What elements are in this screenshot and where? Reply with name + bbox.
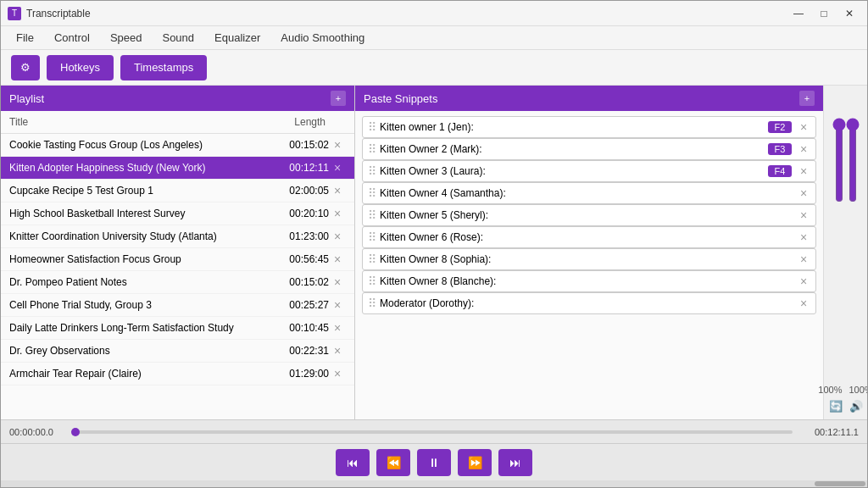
snippet-drag-handle[interactable]: ⠿ bbox=[368, 230, 375, 244]
playlist-row[interactable]: Dr. Pompeo Patient Notes 00:15:02 × bbox=[1, 271, 354, 294]
playlist-row[interactable]: Armchair Tear Repair (Claire) 01:29:00 × bbox=[1, 363, 354, 385]
snippet-close[interactable]: × bbox=[797, 164, 810, 178]
snippet-input[interactable] bbox=[380, 187, 792, 199]
snippet-input[interactable] bbox=[380, 143, 763, 155]
playlist-header: Playlist + bbox=[1, 86, 354, 111]
snippet-row: ⠿ × bbox=[362, 182, 816, 204]
snippet-row: ⠿ F4 × bbox=[362, 160, 816, 182]
close-button[interactable]: ✕ bbox=[838, 5, 860, 22]
timestamps-button[interactable]: Timestamps bbox=[120, 55, 207, 80]
playlist-row-close[interactable]: × bbox=[329, 367, 346, 380]
menu-sound[interactable]: Sound bbox=[153, 29, 203, 47]
current-time: 00:00:00.0 bbox=[9, 427, 69, 437]
settings-button[interactable]: ⚙ bbox=[11, 55, 40, 80]
progress-track[interactable] bbox=[75, 430, 793, 434]
playlist-row[interactable]: Kitten Adopter Happiness Study (New York… bbox=[1, 157, 354, 180]
snippet-drag-handle[interactable]: ⠿ bbox=[368, 164, 375, 178]
playlist-row-close[interactable]: × bbox=[329, 344, 346, 358]
snippet-close[interactable]: × bbox=[797, 274, 810, 288]
bottom-scrollbar[interactable] bbox=[1, 480, 867, 487]
playlist-row-close[interactable]: × bbox=[329, 275, 346, 289]
playlist-row-close[interactable]: × bbox=[329, 321, 346, 335]
snippets-panel: Paste Snippets + ⠿ F2 × ⠿ F3 × ⠿ F4 × ⠿ … bbox=[355, 86, 823, 419]
snippet-input[interactable] bbox=[380, 209, 792, 221]
playlist-row[interactable]: High School Basketball Interest Survey 0… bbox=[1, 202, 354, 225]
playlist-row[interactable]: Homeowner Satisfaction Focus Group 00:56… bbox=[1, 248, 354, 271]
playlist-row[interactable]: Cupcake Recipe 5 Test Group 1 02:00:05 × bbox=[1, 180, 354, 202]
playlist-row-title: High School Basketball Interest Survey bbox=[9, 208, 270, 219]
maximize-button[interactable]: □ bbox=[813, 5, 835, 22]
snippet-close[interactable]: × bbox=[797, 208, 810, 222]
playlist-row-close[interactable]: × bbox=[329, 207, 346, 220]
snippet-drag-handle[interactable]: ⠿ bbox=[368, 208, 375, 222]
main-content: Playlist + Title Length Cookie Tasting F… bbox=[1, 86, 867, 419]
snippet-row: ⠿ × bbox=[362, 248, 816, 270]
playlist-row-length: 01:29:00 bbox=[270, 368, 329, 380]
snippet-input[interactable] bbox=[380, 297, 792, 309]
playlist-row-close[interactable]: × bbox=[329, 184, 346, 197]
rewind-button[interactable]: ⏮ bbox=[336, 449, 370, 476]
playlist-row[interactable]: Cell Phone Trial Study, Group 3 00:25:27… bbox=[1, 294, 354, 317]
transport-controls: ⏮ ⏪ ⏸ ⏩ ⏭ bbox=[1, 443, 867, 480]
snippet-input[interactable] bbox=[380, 253, 792, 265]
window-controls: — □ ✕ bbox=[787, 5, 860, 22]
volume-slider[interactable] bbox=[849, 118, 856, 202]
playlist-row-close[interactable]: × bbox=[329, 161, 346, 175]
playlist-row-length: 01:23:00 bbox=[270, 230, 329, 242]
play-pause-button[interactable]: ⏸ bbox=[417, 449, 451, 476]
snippet-drag-handle[interactable]: ⠿ bbox=[368, 186, 375, 200]
playlist-row-close[interactable]: × bbox=[329, 230, 346, 243]
progress-bar-container: 00:00:00.0 00:12:11.1 bbox=[1, 419, 867, 443]
playlist-row-title: Knitter Coordination University Study (A… bbox=[9, 230, 270, 242]
playlist-panel: Playlist + Title Length Cookie Tasting F… bbox=[1, 86, 355, 419]
playlist-table: Title Length Cookie Tasting Focus Group … bbox=[1, 111, 354, 419]
snippet-close[interactable]: × bbox=[797, 142, 810, 156]
playlist-row[interactable]: Dr. Grey Observations 00:22:31 × bbox=[1, 340, 354, 363]
snippet-drag-handle[interactable]: ⠿ bbox=[368, 297, 375, 310]
title-bar: T Transcriptable — □ ✕ bbox=[1, 1, 867, 26]
playlist-row-title: Cookie Tasting Focus Group (Los Angeles) bbox=[9, 139, 270, 151]
menu-equalizer[interactable]: Equalizer bbox=[206, 29, 269, 47]
snippet-input[interactable] bbox=[380, 231, 792, 243]
minimize-button[interactable]: — bbox=[787, 5, 810, 22]
snippet-input[interactable] bbox=[380, 275, 792, 287]
playlist-row[interactable]: Cookie Tasting Focus Group (Los Angeles)… bbox=[1, 134, 354, 157]
speed-slider-container bbox=[836, 118, 843, 202]
forward-button[interactable]: ⏩ bbox=[458, 449, 492, 476]
menu-control[interactable]: Control bbox=[46, 29, 98, 47]
speed-slider[interactable] bbox=[836, 118, 843, 202]
snippet-close[interactable]: × bbox=[797, 120, 810, 134]
playlist-row-title: Armchair Tear Repair (Claire) bbox=[9, 368, 270, 380]
snippet-drag-handle[interactable]: ⠿ bbox=[368, 120, 375, 134]
playlist-row[interactable]: Knitter Coordination University Study (A… bbox=[1, 225, 354, 248]
snippet-close[interactable]: × bbox=[797, 230, 810, 244]
playlist-row-title: Homeowner Satisfaction Focus Group bbox=[9, 253, 270, 265]
snippet-drag-handle[interactable]: ⠿ bbox=[368, 142, 375, 156]
snippet-input[interactable] bbox=[380, 165, 763, 177]
playlist-row-close[interactable]: × bbox=[329, 138, 346, 152]
snippet-drag-handle[interactable]: ⠿ bbox=[368, 274, 375, 288]
snippet-input[interactable] bbox=[380, 121, 763, 133]
snippet-row: ⠿ F2 × bbox=[362, 116, 816, 138]
menu-file[interactable]: File bbox=[8, 29, 42, 47]
hotkeys-button[interactable]: Hotkeys bbox=[47, 55, 114, 80]
playlist-row[interactable]: Daily Latte Drinkers Long-Term Satisfact… bbox=[1, 317, 354, 340]
snippets-header-icon[interactable]: + bbox=[799, 91, 815, 106]
snippet-close[interactable]: × bbox=[797, 297, 810, 310]
next-button[interactable]: ⏭ bbox=[498, 449, 532, 476]
menu-audio-smoothing[interactable]: Audio Smoothing bbox=[272, 29, 373, 47]
menu-speed[interactable]: Speed bbox=[102, 29, 151, 47]
toolbar: ⚙ Hotkeys Timestamps bbox=[1, 50, 867, 86]
snippet-close[interactable]: × bbox=[797, 252, 810, 266]
playlist-row-close[interactable]: × bbox=[329, 252, 346, 266]
snippet-key: F4 bbox=[768, 165, 792, 177]
snippet-drag-handle[interactable]: ⠿ bbox=[368, 252, 375, 266]
playlist-header-icon[interactable]: + bbox=[331, 91, 346, 106]
playlist-row-close[interactable]: × bbox=[329, 298, 346, 312]
snippet-close[interactable]: × bbox=[797, 186, 810, 200]
progress-thumb bbox=[71, 428, 80, 436]
prev-button[interactable]: ⏪ bbox=[376, 449, 410, 476]
snippets-title: Paste Snippets bbox=[364, 92, 437, 105]
scrollbar-thumb[interactable] bbox=[815, 481, 865, 486]
snippet-key: F2 bbox=[768, 121, 792, 133]
